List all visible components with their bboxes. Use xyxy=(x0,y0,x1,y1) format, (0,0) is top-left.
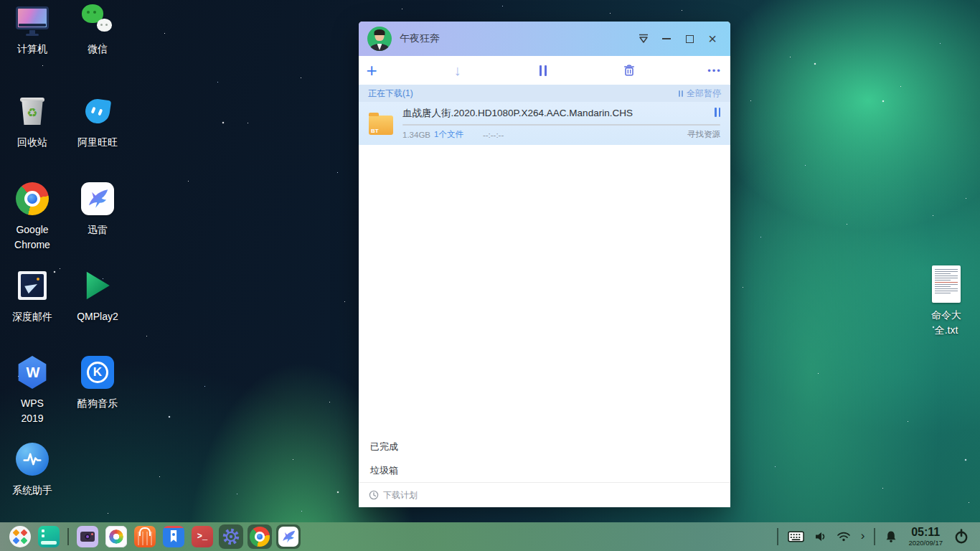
desktop-icon-txt-file[interactable]: 命令大全.txt xyxy=(923,266,970,338)
computer-icon xyxy=(14,0,50,36)
schedule-label: 下载计划 xyxy=(383,489,418,501)
thunder-bird-glyph xyxy=(85,187,110,211)
close-button[interactable] xyxy=(703,29,722,48)
control-center-icon[interactable] xyxy=(219,524,243,549)
text-file-icon xyxy=(928,266,964,302)
notification-bell-icon[interactable] xyxy=(885,530,897,543)
system-tray: › 05:11 2020/09/17 xyxy=(773,527,974,547)
task-pause-button[interactable] xyxy=(709,107,720,120)
task-name: 血战唐人街.2020.HD1080P.X264.AAC.Mandarin.CHS xyxy=(402,107,709,120)
desktop-icon-label: 深度邮件 xyxy=(12,309,52,324)
task-status: 寻找资源 xyxy=(687,129,720,140)
desktop-icon-label: 命令大全.txt xyxy=(928,308,964,338)
tray-separator xyxy=(874,528,875,545)
thunder-window: 午夜狂奔 正在下载(1) 全部暂停 BT 血战唐人街.2020.HD108 xyxy=(359,22,730,507)
desktop-icon-label: 酷狗音乐 xyxy=(77,396,118,411)
desktop-icon-wps[interactable]: W WPS 2019 xyxy=(0,354,65,426)
nav-download-schedule[interactable]: 下载计划 xyxy=(359,482,730,507)
deepin-ribbon-app-icon[interactable] xyxy=(163,526,184,547)
task-size: 1.34GB xyxy=(402,131,430,139)
clock-time: 05:11 xyxy=(908,527,943,539)
wifi-icon[interactable] xyxy=(837,531,851,542)
desktop-icon-computer[interactable]: 计算机 xyxy=(0,0,65,57)
clock-icon xyxy=(369,490,379,500)
desktop-icon-label: 回收站 xyxy=(17,135,47,150)
desktop-icon-aliwangwang[interactable]: 阿里旺旺 xyxy=(65,93,130,150)
desktop-icon-label: WPS 2019 xyxy=(17,396,48,426)
download-toolbar xyxy=(359,56,730,85)
desktop-icon-wechat[interactable]: 微信 xyxy=(65,0,130,57)
desktop-icon-chrome[interactable]: Google Chrome xyxy=(0,181,65,253)
downloading-section-header: 正在下载(1) 全部暂停 xyxy=(359,85,730,102)
volume-icon[interactable] xyxy=(814,531,826,542)
desktop-icon-qmplay2[interactable]: QMPlay2 xyxy=(65,268,130,324)
download-task-row[interactable]: BT 血战唐人街.2020.HD1080P.X264.AAC.Mandarin.… xyxy=(359,102,730,145)
file-manager-icon[interactable] xyxy=(38,526,60,547)
desktop-icon-thunder[interactable]: 迅雷 xyxy=(65,181,130,237)
gear-icon xyxy=(222,527,240,546)
kugou-icon: K xyxy=(80,354,116,390)
nav-trash[interactable]: 垃圾箱 xyxy=(359,458,730,482)
desktop-icon-deepin-mail[interactable]: 深度邮件 xyxy=(0,268,65,324)
add-task-button[interactable] xyxy=(359,57,385,83)
thunder-icon xyxy=(80,181,116,217)
maximize-button[interactable] xyxy=(680,29,699,48)
pause-button[interactable] xyxy=(530,57,556,83)
chrome-taskbar-icon[interactable] xyxy=(248,524,272,549)
desktop-icon-label: Google Chrome xyxy=(0,222,65,253)
task-list-empty-area xyxy=(359,145,730,435)
pause-all-label: 全部暂停 xyxy=(687,88,721,100)
thunder-taskbar-icon[interactable] xyxy=(276,524,301,549)
desktop-icon-system-assistant[interactable]: 系统助手 xyxy=(0,441,65,498)
pause-all-button[interactable]: 全部暂停 xyxy=(679,88,721,100)
bt-folder-icon: BT xyxy=(369,116,393,135)
user-avatar[interactable] xyxy=(367,27,392,51)
terminal-icon[interactable]: >_ xyxy=(192,526,213,547)
desktop-icon-kugou[interactable]: K 酷狗音乐 xyxy=(65,354,130,411)
skin-icon[interactable] xyxy=(634,29,653,48)
screenshot-camera-icon[interactable] xyxy=(77,526,98,547)
tray-separator xyxy=(777,528,778,545)
power-icon[interactable] xyxy=(953,529,969,545)
desktop-icon-label: 迅雷 xyxy=(88,222,108,237)
task-progress-track xyxy=(402,124,720,126)
wechat-icon xyxy=(80,0,116,36)
nav-completed[interactable]: 已完成 xyxy=(359,435,730,458)
recycle-bin-icon: ♻ xyxy=(14,93,50,129)
system-assistant-icon xyxy=(14,441,50,477)
avatar-hair xyxy=(374,29,385,35)
desktop-icon-label: QMPlay2 xyxy=(77,309,118,324)
window-title: 午夜狂奔 xyxy=(400,32,626,45)
task-file-count-link[interactable]: 1个文件 xyxy=(434,129,463,140)
downloading-count-label[interactable]: 正在下载(1) xyxy=(368,88,679,100)
window-titlebar[interactable]: 午夜狂奔 xyxy=(359,22,730,56)
more-options-button[interactable] xyxy=(702,57,727,83)
image-viewer-icon[interactable] xyxy=(105,526,127,547)
qmplay2-icon xyxy=(80,268,116,303)
window-controls xyxy=(634,29,722,48)
input-keyboard-icon[interactable] xyxy=(788,531,804,542)
desktop-icon-label: 计算机 xyxy=(17,42,47,57)
task-details: 血战唐人街.2020.HD1080P.X264.AAC.Mandarin.CHS… xyxy=(402,107,720,140)
chrome-icon xyxy=(14,181,50,217)
tray-expand-chevron[interactable]: › xyxy=(861,529,865,543)
task-eta: --:--:-- xyxy=(483,131,504,139)
delete-button[interactable] xyxy=(616,57,642,83)
deepin-mail-icon xyxy=(14,268,50,303)
desktop-icon-label: 系统助手 xyxy=(12,483,52,498)
desktop-icon-label: 微信 xyxy=(88,42,108,57)
minimize-button[interactable] xyxy=(657,29,676,48)
desktop-icon-label: 阿里旺旺 xyxy=(77,135,118,150)
taskbar-separator xyxy=(67,528,69,545)
taskbar-clock[interactable]: 05:11 2020/09/17 xyxy=(908,527,943,547)
launcher-icon[interactable] xyxy=(9,526,31,547)
wps-icon: W xyxy=(14,354,50,390)
start-download-button[interactable] xyxy=(445,57,471,83)
aliwangwang-icon xyxy=(80,93,116,129)
app-store-icon[interactable] xyxy=(134,526,156,547)
taskbar: >_ › 05:11 2020/09/17 xyxy=(0,522,980,551)
desktop-icon-recycle-bin[interactable]: ♻ 回收站 xyxy=(0,93,65,150)
bt-badge: BT xyxy=(371,128,379,134)
clock-date: 2020/09/17 xyxy=(908,539,943,547)
pause-all-icon xyxy=(679,90,683,97)
